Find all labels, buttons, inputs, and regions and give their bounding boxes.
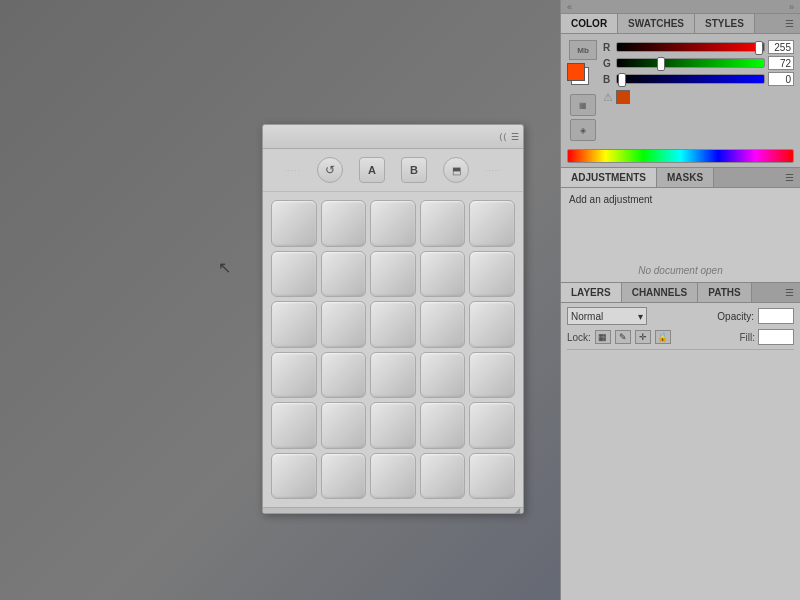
gradient-tool-btn[interactable]: ▦ [570, 94, 596, 116]
swatch-cell[interactable] [271, 453, 317, 500]
adj-content: Add an adjustment No document open [561, 188, 800, 282]
swatch-cell[interactable] [321, 200, 367, 247]
a-tool-button[interactable]: A [359, 157, 385, 183]
swatch-cell[interactable] [420, 251, 466, 298]
styles-tab[interactable]: STYLES [695, 14, 755, 33]
swatch-cell[interactable] [271, 251, 317, 298]
add-adjustment-label: Add an adjustment [569, 194, 792, 205]
r-label: R [603, 42, 613, 53]
r-slider-track[interactable] [616, 42, 765, 52]
collapse-left-icon[interactable]: « [567, 2, 572, 12]
layers-content: Normal ▾ Opacity: Lock: ▦ ✎ ✛ 🔒 [561, 303, 800, 600]
paint-bucket-btn[interactable]: ◈ [570, 119, 596, 141]
b-slider-track[interactable] [616, 74, 765, 84]
swatch-cell[interactable] [469, 251, 515, 298]
color-tab[interactable]: COLOR [561, 14, 618, 33]
b-value[interactable]: 0 [768, 72, 794, 86]
swatch-cell[interactable] [271, 301, 317, 348]
fill-input[interactable] [758, 329, 794, 345]
swatch-grid [263, 192, 523, 507]
channels-tab[interactable]: CHANNELS [622, 283, 699, 302]
opacity-input[interactable] [758, 308, 794, 324]
swatch-cell[interactable] [321, 402, 367, 449]
swatch-cell[interactable] [370, 352, 416, 399]
dots-right: ····· [485, 166, 501, 175]
swatch-cell[interactable] [370, 200, 416, 247]
swatch-cell[interactable] [420, 352, 466, 399]
b-slider-row: B 0 [603, 72, 794, 86]
footer-resize-handle[interactable]: ◢ [514, 506, 520, 515]
swatch-cell[interactable] [321, 352, 367, 399]
mb-icon[interactable]: Mb [569, 40, 597, 60]
export-tool-button[interactable]: ⬒ [443, 157, 469, 183]
color-spectrum-bar[interactable] [567, 149, 794, 163]
swatch-cell[interactable] [469, 301, 515, 348]
swatch-cell[interactable] [271, 352, 317, 399]
gamut-warning-swatch[interactable] [616, 90, 630, 104]
swatch-cell[interactable] [370, 402, 416, 449]
no-document-label: No document open [569, 245, 792, 276]
swatch-stack [567, 63, 599, 91]
swatch-cell[interactable] [420, 301, 466, 348]
blend-mode-chevron: ▾ [638, 311, 643, 322]
refresh-tool-button[interactable]: ↺ [317, 157, 343, 183]
color-sliders: R 255 G 72 B [603, 40, 794, 106]
swatch-cell[interactable] [469, 200, 515, 247]
swatches-tab[interactable]: SWATCHES [618, 14, 695, 33]
layers-panel-menu-icon[interactable]: ☰ [779, 283, 800, 302]
color-left-column: Mb ▦ ◈ [567, 40, 599, 141]
swatch-cell[interactable] [420, 200, 466, 247]
adjustments-tab[interactable]: ADJUSTMENTS [561, 168, 657, 187]
b-slider-thumb[interactable] [618, 73, 626, 87]
fill-group: Fill: [739, 329, 794, 345]
lock-position-btn[interactable]: ✛ [635, 330, 651, 344]
foreground-color-swatch[interactable] [567, 63, 585, 81]
opacity-label: Opacity: [717, 311, 754, 322]
swatch-cell[interactable] [370, 301, 416, 348]
swatch-cell[interactable] [469, 453, 515, 500]
b-tool-button[interactable]: B [401, 157, 427, 183]
g-value[interactable]: 72 [768, 56, 794, 70]
paths-tab[interactable]: PATHS [698, 283, 751, 302]
lock-transparent-btn[interactable]: ▦ [595, 330, 611, 344]
blend-mode-value: Normal [571, 311, 603, 322]
layers-tab[interactable]: LAYERS [561, 283, 622, 302]
right-panel: « » COLOR SWATCHES STYLES ☰ Mb [560, 0, 800, 600]
swatch-cell[interactable] [271, 402, 317, 449]
layers-tab-row: LAYERS CHANNELS PATHS ☰ [561, 283, 800, 303]
swatch-cell[interactable] [271, 200, 317, 247]
adjustments-section: ADJUSTMENTS MASKS ☰ Add an adjustment No… [561, 168, 800, 283]
swatch-cell[interactable] [321, 301, 367, 348]
warning-icon: ⚠ [603, 91, 613, 104]
adj-panel-menu-icon[interactable]: ☰ [779, 168, 800, 187]
swatch-cell[interactable] [370, 251, 416, 298]
swatch-cell[interactable] [420, 453, 466, 500]
swatch-cell[interactable] [469, 402, 515, 449]
panel-arrow-left[interactable]: ⟨⟨ [499, 132, 507, 142]
swatch-cell[interactable] [420, 402, 466, 449]
r-value[interactable]: 255 [768, 40, 794, 54]
panel-menu[interactable]: ☰ [511, 132, 519, 142]
cursor-indicator: ↖ [218, 258, 231, 277]
lock-paint-btn[interactable]: ✎ [615, 330, 631, 344]
panel-collapse-top: « » [561, 0, 800, 14]
swatch-cell[interactable] [321, 251, 367, 298]
g-slider-track[interactable] [616, 58, 765, 68]
blend-mode-select[interactable]: Normal ▾ [567, 307, 647, 325]
adj-tab-row: ADJUSTMENTS MASKS ☰ [561, 168, 800, 188]
g-slider-thumb[interactable] [657, 57, 665, 71]
swatch-cell[interactable] [321, 453, 367, 500]
opacity-row: Opacity: [717, 308, 794, 324]
color-panel-menu-icon[interactable]: ☰ [779, 14, 800, 33]
swatch-cell[interactable] [370, 453, 416, 500]
masks-tab[interactable]: MASKS [657, 168, 714, 187]
r-slider-thumb[interactable] [755, 41, 763, 55]
swatch-cell[interactable] [469, 352, 515, 399]
color-content: Mb ▦ ◈ R [561, 34, 800, 145]
central-panel-footer: ◢ [263, 507, 523, 513]
collapse-right-icon[interactable]: » [789, 2, 794, 12]
lock-fill-row: Lock: ▦ ✎ ✛ 🔒 Fill: [567, 329, 794, 350]
dots-left: ····· [285, 166, 301, 175]
lock-all-btn[interactable]: 🔒 [655, 330, 671, 344]
color-tab-row: COLOR SWATCHES STYLES ☰ [561, 14, 800, 34]
